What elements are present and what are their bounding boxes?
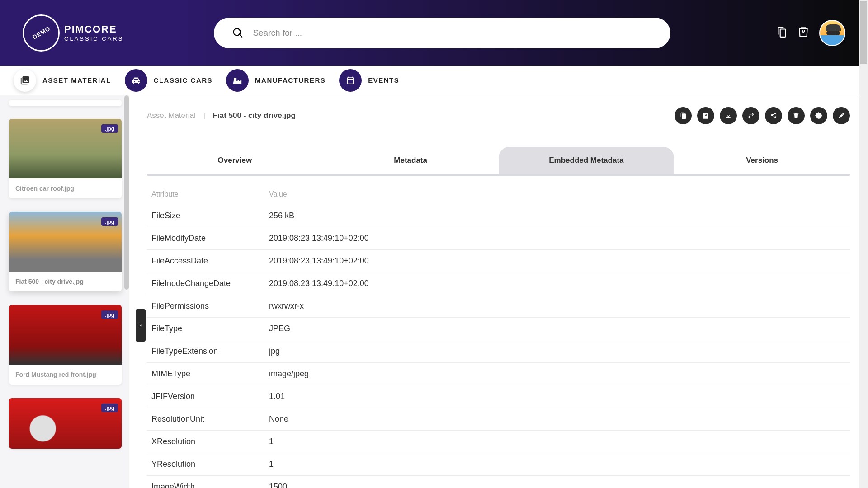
tab-metadata[interactable]: Metadata [323,147,499,174]
meta-val: 1 [264,453,850,476]
scrollbar-thumb[interactable] [860,1,867,64]
table-row: FileModifyDate2019:08:23 13:49:10+02:00 [147,227,850,250]
meta-attr: FileModifyDate [147,227,264,250]
share-icon [770,112,777,119]
nav-classic-cars[interactable]: CLASSIC CARS [125,69,213,92]
clipboard-icon[interactable] [776,26,788,40]
industry-icon [226,69,249,92]
meta-attr: FileType [147,318,264,340]
table-row: FileTypeExtensionjpg [147,340,850,363]
table-row: ImageWidth1500 [147,476,850,488]
meta-val: jpg [264,340,850,363]
copy-icon [679,112,687,119]
page-scrollbar[interactable] [859,0,868,488]
share-button[interactable] [765,107,782,124]
tab-overview[interactable]: Overview [147,147,323,174]
meta-attr: FileSize [147,205,264,227]
table-row: MIMETypeimage/jpeg [147,363,850,385]
meta-attr: MIMEType [147,363,264,385]
table-row: YResolution1 [147,453,850,476]
meta-val: 1500 [264,476,850,488]
images-icon [14,69,36,92]
breadcrumb-row: Asset Material | Fiat 500 - city drive.j… [147,107,850,124]
nav-manufacturers[interactable]: MANUFACTURERS [226,69,326,92]
search-input[interactable] [253,28,652,38]
asset-label: Citroen car roof.jpg [9,178,122,198]
meta-attr: FileTypeExtension [147,340,264,363]
logo-badge: DEMO [23,14,60,52]
meta-val: 2019:08:23 13:49:10+02:00 [264,250,850,272]
col-value: Value [264,184,850,205]
nav-label: CLASSIC CARS [154,76,213,84]
asset-card[interactable]: .jpg [9,398,122,449]
asset-card[interactable]: .jpg Ford Mustang red front.jpg [9,305,122,385]
delete-button[interactable] [788,107,805,124]
meta-val: 2019:08:23 13:49:10+02:00 [264,227,850,250]
main-nav: ASSET MATERIAL CLASSIC CARS MANUFACTURER… [0,66,868,95]
logo[interactable]: DEMO PIMCORE CLASSIC CARS [23,14,123,52]
breadcrumb-sep: | [203,111,205,120]
meta-attr: JFIFVersion [147,385,264,408]
meta-val: 1 [264,431,850,453]
shopping-bag-icon[interactable] [797,26,809,40]
bag-button[interactable] [697,107,714,124]
download-button[interactable] [720,107,737,124]
sidebar-scrollbar[interactable] [124,95,129,290]
logo-demo-text: DEMO [31,25,52,40]
tab-embedded-metadata[interactable]: Embedded Metadata [499,147,675,174]
asset-card[interactable]: .jpg Fiat 500 - city drive.jpg [9,212,122,291]
breadcrumb-current: Fiat 500 - city drive.jpg [213,111,296,120]
locate-button[interactable] [810,107,827,124]
asset-card[interactable] [9,100,122,106]
logo-sub: CLASSIC CARS [64,35,123,42]
avatar[interactable] [819,20,845,46]
main-content: Asset Material | Fiat 500 - city drive.j… [129,95,868,488]
trash-icon [793,112,800,119]
detail-actions [675,107,850,124]
asset-card[interactable]: .jpg Citroen car roof.jpg [9,119,122,198]
breadcrumb: Asset Material | Fiat 500 - city drive.j… [147,111,296,120]
table-row: JFIFVersion1.01 [147,385,850,408]
breadcrumb-root[interactable]: Asset Material [147,111,196,120]
table-row: FileSize256 kB [147,205,850,227]
body: .jpg Citroen car roof.jpg .jpg Fiat 500 … [0,95,868,488]
logo-text: PIMCORE CLASSIC CARS [64,23,123,42]
detail-tabs: Overview Metadata Embedded Metadata Vers… [147,147,850,176]
copy-button[interactable] [675,107,692,124]
sidebar-collapse-button[interactable] [136,309,146,342]
meta-val: image/jpeg [264,363,850,385]
meta-attr: YResolution [147,453,264,476]
meta-attr: FilePermissions [147,295,264,318]
asset-label: Fiat 500 - city drive.jpg [9,272,122,291]
filetype-badge: .jpg [101,124,118,133]
meta-val: None [264,408,850,431]
search-bar[interactable] [214,18,670,48]
edit-button[interactable] [833,107,850,124]
meta-attr: XResolution [147,431,264,453]
meta-attr: ResolutionUnit [147,408,264,431]
meta-attr: FileInodeChangeDate [147,272,264,295]
header-actions [776,20,845,46]
meta-val: 2019:08:23 13:49:10+02:00 [264,272,850,295]
nav-asset-material[interactable]: ASSET MATERIAL [14,69,111,92]
meta-attr: FileAccessDate [147,250,264,272]
filetype-badge: .jpg [101,404,118,412]
asset-label: Ford Mustang red front.jpg [9,365,122,385]
asset-thumbnail: .jpg [9,305,122,365]
nav-label: MANUFACTURERS [255,76,326,84]
bag-icon [702,112,709,119]
col-attribute: Attribute [147,184,264,205]
meta-val: 1.01 [264,385,850,408]
sidebar[interactable]: .jpg Citroen car roof.jpg .jpg Fiat 500 … [0,95,129,488]
asset-thumbnail: .jpg [9,398,122,449]
tab-versions[interactable]: Versions [674,147,850,174]
logo-main: PIMCORE [64,23,123,35]
edit-icon [838,112,845,119]
calendar-icon [339,69,362,92]
nav-events[interactable]: EVENTS [339,69,399,92]
compare-icon [747,112,755,119]
compare-button[interactable] [742,107,760,124]
asset-thumbnail: .jpg [9,212,122,272]
target-icon [815,112,822,119]
table-row: FileInodeChangeDate2019:08:23 13:49:10+0… [147,272,850,295]
